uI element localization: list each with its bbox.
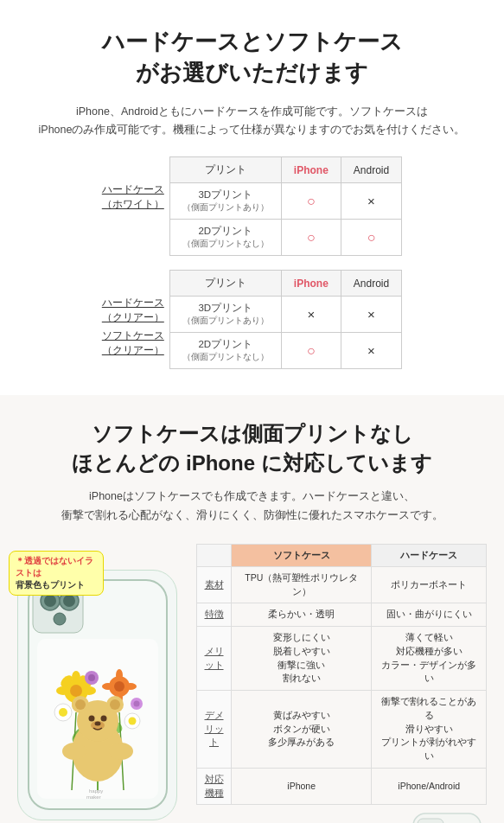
svg-point-23 <box>116 669 123 681</box>
table-row: メリット 変形しにくい脱着しやすい衝撃に強い割れない 薄くて軽い対応機種が多いカ… <box>197 627 487 691</box>
table1-container: ハードケース（ホワイト） プリント iPhone Android 3Dプリント（… <box>26 156 478 256</box>
hard-value-cell: ポリカーボネート <box>372 566 487 603</box>
iphone-value-cell: × <box>281 297 341 333</box>
svg-rect-50 <box>418 819 443 823</box>
svg-point-5 <box>63 595 75 607</box>
android-value-cell: × <box>341 183 401 220</box>
soft-case-clear-label: ソフトケース（クリアー） <box>102 329 164 358</box>
svg-point-42 <box>100 715 106 721</box>
phone-svg: happy maker <box>24 578 171 812</box>
android-value-cell: × <box>341 333 401 369</box>
svg-point-30 <box>133 700 139 706</box>
section1-desc: iPhone、Androidともにハードケースを作成可能です。ソフトケースはiP… <box>26 103 478 140</box>
col-print-header2: プリント <box>169 271 281 297</box>
phone-column: ＊透過ではないイラストは 背景色もプリント <box>17 544 186 823</box>
hard-value-cell: iPhone/Android <box>372 768 487 805</box>
table-row: 素材 TPU（熱可塑性ポリウレタン） ポリカーボネート <box>197 566 487 603</box>
comparison-table: ソフトケース ハードケース 素材 TPU（熱可塑性ポリウレタン） ポリカーボネー… <box>196 544 487 806</box>
table2-left-labels: ハードケース（クリアー） ソフトケース（クリアー） <box>102 270 164 360</box>
svg-point-28 <box>88 674 95 681</box>
col-hard-header: ハードケース <box>372 544 487 566</box>
section2-title: ソフトケースは側面プリントなしほとんどの iPhone に対応しています <box>17 419 487 477</box>
svg-point-3 <box>44 595 56 607</box>
android-value-cell: ○ <box>341 220 401 256</box>
svg-point-6 <box>54 613 66 625</box>
hard-case-clear-label: ハードケース（クリアー） <box>102 296 164 325</box>
svg-point-38 <box>75 699 86 710</box>
soft-value-cell: iPhone <box>232 768 372 805</box>
section2: ソフトケースは側面プリントなしほとんどの iPhone に対応しています iPh… <box>0 395 504 823</box>
col-iphone-header: iPhone <box>281 157 341 183</box>
soft-value-cell: 変形しにくい脱着しやすい衝撃に強い割れない <box>232 627 372 691</box>
col-print-header: プリント <box>169 157 281 183</box>
table-row: 3Dプリント（側面プリントあり） ○ × <box>169 183 401 220</box>
iphone-value-cell: ○ <box>281 333 341 369</box>
svg-point-14 <box>70 685 82 697</box>
svg-text:happy: happy <box>89 788 103 794</box>
print-type-cell: 3Dプリント（側面プリントあり） <box>169 297 281 333</box>
svg-point-41 <box>88 715 94 721</box>
hard-case-white-label: ハードケース（ホワイト） <box>102 182 164 212</box>
table-row: 3Dプリント（側面プリントあり） × × <box>169 297 401 333</box>
table-row: 対応機種 iPhone iPhone/Android <box>197 768 487 805</box>
col-iphone-header2: iPhone <box>281 271 341 297</box>
svg-point-25 <box>102 683 114 690</box>
comparison-table-column: ソフトケース ハードケース 素材 TPU（熱可塑性ポリウレタン） ポリカーボネー… <box>196 544 487 823</box>
hard-value-cell: 衝撃で割れることがある滑りやすいプリントが剥がれやすい <box>372 691 487 769</box>
label-cell: 対応機種 <box>197 768 232 805</box>
phone-transparent-svg <box>409 812 487 823</box>
label-cell: メリット <box>197 627 232 691</box>
bottom-content: ＊透過ではないイラストは 背景色もプリント <box>17 544 487 823</box>
svg-point-40 <box>110 699 120 710</box>
iphone-value-cell: ○ <box>281 220 341 256</box>
note-text: 背景色もプリント <box>16 580 85 590</box>
svg-text:maker: maker <box>86 794 101 800</box>
col-soft-header: ソフトケース <box>232 544 372 566</box>
table-row: 2Dプリント（側面プリントなし） ○ ○ <box>169 220 401 256</box>
svg-point-15 <box>72 671 80 685</box>
svg-point-17 <box>56 686 70 695</box>
soft-value-cell: TPU（熱可塑性ポリウレタン） <box>232 566 372 603</box>
section2-desc: iPhoneはソフトケースでも作成できます。ハードケースと違い、衝撃で割れる心配… <box>17 488 487 525</box>
table1-left-labels: ハードケース（ホワイト） <box>102 156 164 214</box>
soft-value-cell: 柔らかい・透明 <box>232 603 372 627</box>
android-value-cell: × <box>341 297 401 333</box>
svg-point-22 <box>114 681 124 692</box>
hard-value-cell: 固い・曲がりにくい <box>372 603 487 627</box>
section1: ハードケースとソフトケースがお選びいただけます iPhone、Androidとも… <box>0 0 504 386</box>
table-row: 特徴 柔らかい・透明 固い・曲がりにくい <box>197 603 487 627</box>
label-cell: 素材 <box>197 566 232 603</box>
table2: プリント iPhone Android 3Dプリント（側面プリントあり） × ×… <box>169 270 402 369</box>
table2-container: ハードケース（クリアー） ソフトケース（クリアー） プリント iPhone An… <box>26 270 478 369</box>
print-type-cell: 3Dプリント（側面プリントあり） <box>169 183 281 220</box>
svg-point-44 <box>94 721 100 725</box>
print-type-cell: 2Dプリント（側面プリントなし） <box>169 333 281 369</box>
col-android-header2: Android <box>341 271 401 297</box>
phone-mockup: happy maker <box>17 570 177 820</box>
table-row: デメリット 黄ばみやすいボタンが硬い多少厚みがある 衝撃で割れることがある滑りや… <box>197 691 487 769</box>
section1-title: ハードケースとソフトケースがお選びいただけます <box>26 26 478 89</box>
hard-value-cell: 薄くて軽い対応機種が多いカラー・デザインが多い <box>372 627 487 691</box>
soft-value-cell: 黄ばみやすいボタンが硬い多少厚みがある <box>232 691 372 769</box>
note-highlight: ＊透過ではないイラストは <box>16 556 93 577</box>
table-row: 2Dプリント（側面プリントなし） ○ × <box>169 333 401 369</box>
table1: プリント iPhone Android 3Dプリント（側面プリントあり） ○ ×… <box>169 156 402 256</box>
col-android-header: Android <box>341 157 401 183</box>
print-type-cell: 2Dプリント（側面プリントなし） <box>169 220 281 256</box>
svg-point-46 <box>109 743 133 760</box>
svg-point-18 <box>82 686 96 695</box>
svg-point-34 <box>128 717 136 724</box>
iphone-value-cell: ○ <box>281 183 341 220</box>
label-cell: 特徴 <box>197 603 232 627</box>
svg-point-32 <box>59 708 67 717</box>
svg-point-26 <box>124 683 137 690</box>
svg-point-45 <box>62 743 86 760</box>
note-bubble: ＊透過ではないイラストは 背景色もプリント <box>9 551 104 596</box>
label-cell: デメリット <box>197 691 232 769</box>
